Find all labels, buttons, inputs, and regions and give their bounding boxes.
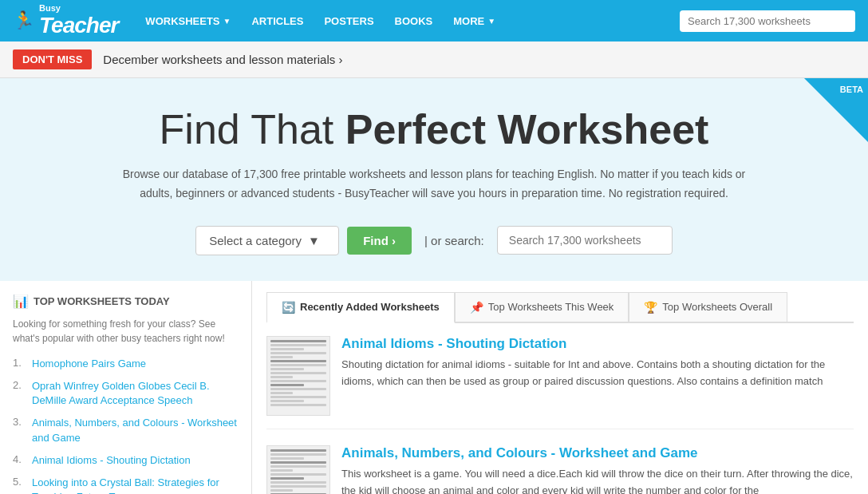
dont-miss-bar: DON'T MISS December worksheets and lesso…	[0, 41, 868, 78]
find-button[interactable]: Find ›	[347, 227, 412, 255]
tab-recently-added[interactable]: 🔄 Recently Added Worksheets	[266, 292, 455, 323]
hero-controls: Select a category ▼ Find › | or search:	[32, 226, 836, 255]
dont-miss-badge: DON'T MISS	[13, 49, 92, 69]
worksheet-desc-1: Shouting dictation for animal idioms - s…	[341, 357, 854, 390]
sidebar-link-3[interactable]: Animals, Numbers, and Colours - Workshee…	[32, 416, 239, 445]
worksheet-title-2[interactable]: Animals, Numbers, and Colours - Workshee…	[341, 445, 854, 461]
header: 🏃 Busy Teacher WORKSHEETS ▼ ARTICLES POS…	[0, 0, 868, 41]
list-item: 3. Animals, Numbers, and Colours - Works…	[13, 416, 239, 445]
list-item: 1. Homophone Pairs Game	[13, 357, 239, 371]
worksheet-info-1: Animal Idioms - Shouting Dictation Shout…	[341, 336, 854, 416]
list-item: 5. Looking into a Crystal Ball: Strategi…	[13, 476, 239, 494]
header-search-input[interactable]	[680, 10, 855, 32]
tab-top-overall[interactable]: 🏆 Top Worksheets Overall	[629, 292, 787, 322]
more-arrow-icon: ▼	[487, 17, 495, 26]
logo-teacher-text: Teacher	[39, 13, 118, 38]
worksheet-desc-2: This worksheet is a game. You will need …	[341, 466, 854, 494]
main-nav: WORKSHEETS ▼ ARTICLES POSTERS BOOKS MORE…	[137, 10, 661, 32]
worksheet-thumbnail-1[interactable]	[266, 336, 330, 416]
sidebar-link-1[interactable]: Homophone Pairs Game	[32, 357, 146, 371]
nav-posters[interactable]: POSTERS	[316, 10, 381, 32]
list-item: 2. Oprah Winfrey Golden Globes Cecil B. …	[13, 379, 239, 408]
trophy-icon: 🏆	[644, 301, 657, 314]
right-panel: 🔄 Recently Added Worksheets 📌 Top Worksh…	[252, 281, 868, 494]
sidebar-link-4[interactable]: Animal Idioms - Shouting Dictation	[32, 453, 191, 468]
nav-books[interactable]: BOOKS	[387, 10, 441, 32]
dont-miss-text[interactable]: December worksheets and lesson materials…	[103, 53, 342, 66]
worksheet-item: Animals, Numbers, and Colours - Workshee…	[266, 445, 854, 494]
refresh-icon: 🔄	[282, 301, 295, 314]
sidebar-link-5[interactable]: Looking into a Crystal Ball: Strategies …	[32, 476, 239, 494]
hero-description: Browse our database of 17,300 free print…	[115, 165, 753, 204]
hero-title: Find That Perfect Worksheet	[32, 107, 836, 152]
logo-busy-text: Busy	[39, 4, 118, 13]
tabs: 🔄 Recently Added Worksheets 📌 Top Worksh…	[266, 292, 854, 323]
nav-worksheets[interactable]: WORKSHEETS ▼	[137, 10, 239, 32]
hero-section: BETA Find That Perfect Worksheet Browse …	[0, 78, 868, 281]
nav-more[interactable]: MORE ▼	[445, 10, 503, 32]
worksheet-item: Animal Idioms - Shouting Dictation Shout…	[266, 336, 854, 429]
worksheet-thumbnail-2[interactable]	[266, 445, 330, 494]
hero-search-input[interactable]	[497, 226, 673, 255]
worksheet-info-2: Animals, Numbers, and Colours - Workshee…	[341, 445, 854, 494]
main-content: 📊 TOP WORKSHEETS TODAY Looking for somet…	[0, 281, 868, 494]
chart-icon: 📊	[13, 294, 29, 309]
worksheet-title-1[interactable]: Animal Idioms - Shouting Dictation	[341, 336, 854, 352]
logo-icon: 🏃	[13, 10, 34, 31]
logo[interactable]: 🏃 Busy Teacher	[13, 4, 118, 38]
list-item: 4. Animal Idioms - Shouting Dictation	[13, 453, 239, 468]
sidebar: 📊 TOP WORKSHEETS TODAY Looking for somet…	[0, 281, 252, 494]
or-search-label: | or search:	[424, 234, 484, 247]
dropdown-arrow-icon: ▼	[308, 234, 320, 247]
sidebar-link-2[interactable]: Oprah Winfrey Golden Globes Cecil B. DeM…	[32, 379, 239, 408]
select-category-dropdown[interactable]: Select a category ▼	[195, 226, 339, 255]
sidebar-description: Looking for something fresh for your cla…	[13, 317, 239, 346]
tab-top-this-week[interactable]: 📌 Top Worksheets This Week	[455, 292, 629, 322]
nav-articles[interactable]: ARTICLES	[243, 10, 311, 32]
sidebar-list: 1. Homophone Pairs Game 2. Oprah Winfrey…	[13, 357, 239, 494]
worksheets-arrow-icon: ▼	[223, 17, 231, 26]
sidebar-title: 📊 TOP WORKSHEETS TODAY	[13, 294, 239, 309]
pin-icon: 📌	[470, 301, 483, 314]
